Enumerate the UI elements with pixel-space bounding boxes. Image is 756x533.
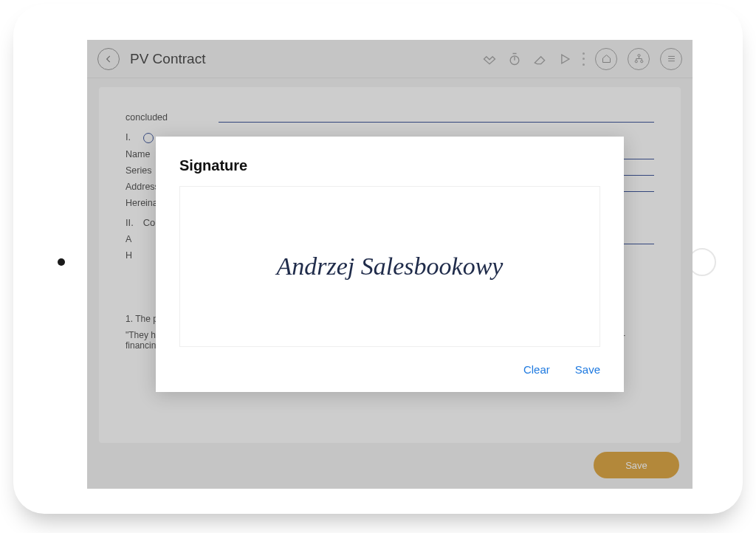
signature-save-button[interactable]: Save: [575, 363, 600, 376]
signature-clear-button[interactable]: Clear: [523, 363, 550, 376]
tablet-frame: PV Contract concluded: [13, 4, 743, 514]
signature-modal-title: Signature: [179, 157, 600, 174]
signature-canvas[interactable]: Andrzej Salesbookowy: [179, 186, 600, 347]
signature-handwriting: Andrzej Salesbookowy: [277, 252, 504, 281]
signature-modal: Signature Andrzej Salesbookowy Clear Sav…: [156, 137, 624, 392]
signature-modal-actions: Clear Save: [179, 363, 600, 376]
tablet-camera: [58, 258, 65, 266]
app-screen: PV Contract concluded: [87, 40, 693, 489]
